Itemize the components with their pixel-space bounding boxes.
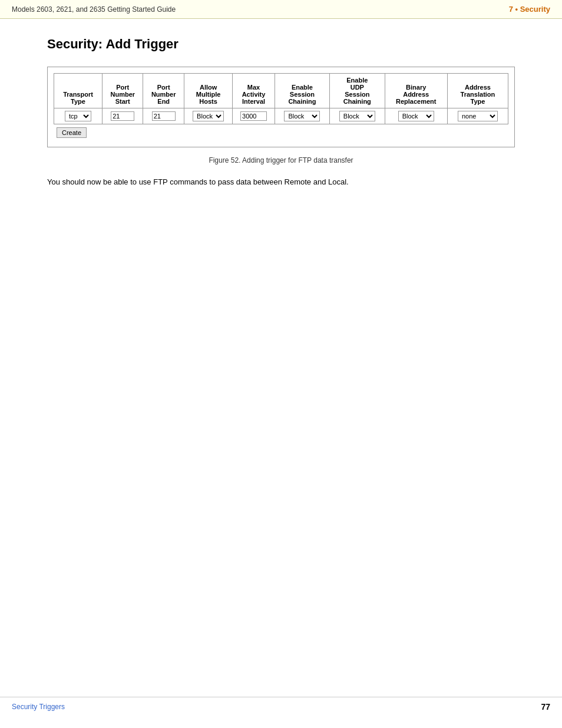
chapter-number: 7 — [509, 5, 513, 14]
trigger-table: Transport Type Port Number Start Port Nu… — [54, 73, 508, 124]
table-row: tcp udp Block Allow — [54, 108, 508, 124]
col-address-translation-type: Address Translation Type — [447, 74, 508, 108]
port-number-end-input[interactable] — [152, 111, 176, 121]
trigger-table-container: Transport Type Port Number Start Port Nu… — [47, 67, 515, 147]
allow-multiple-hosts-select[interactable]: Block Allow — [193, 111, 224, 121]
table-header-row: Transport Type Port Number Start Port Nu… — [54, 74, 508, 108]
chapter-bullet: • — [515, 5, 518, 14]
page-title: Security: Add Trigger — [47, 37, 515, 52]
main-content: Security: Add Trigger Transport Type Por… — [0, 19, 562, 223]
cell-enable-session-chaining[interactable]: Block Enable — [275, 108, 329, 124]
footer-left-text: Security Triggers — [12, 703, 65, 711]
cell-binary-address-replacement[interactable]: Block Enable — [385, 108, 447, 124]
col-allow-multiple-hosts: Allow Multiple Hosts — [184, 74, 232, 108]
cell-allow-multiple-hosts[interactable]: Block Allow — [184, 108, 232, 124]
create-button-container: Create — [54, 124, 508, 141]
cell-port-number-end[interactable] — [143, 108, 184, 124]
header-title: Models 2603, 2621, and 2635 Getting Star… — [12, 5, 176, 14]
col-enable-session-chaining: Enable Session Chaining — [275, 74, 329, 108]
cell-max-activity-interval[interactable] — [233, 108, 275, 124]
col-max-activity-interval: Max Activity Interval — [233, 74, 275, 108]
binary-address-replacement-select[interactable]: Block Enable — [398, 111, 434, 121]
body-text: You should now be able to use FTP comman… — [47, 176, 515, 188]
cell-transport-type[interactable]: tcp udp — [54, 108, 103, 124]
chapter-name: Security — [520, 5, 550, 14]
col-port-number-start: Port Number Start — [103, 74, 143, 108]
footer: Security Triggers 77 — [0, 697, 562, 716]
create-button[interactable]: Create — [57, 127, 87, 138]
footer-page-number: 77 — [541, 702, 550, 711]
cell-address-translation-type[interactable]: none two-way one-way — [447, 108, 508, 124]
enable-udp-session-chaining-select[interactable]: Block Enable — [339, 111, 375, 121]
figure-caption: Figure 52. Adding trigger for FTP data t… — [47, 156, 515, 164]
address-translation-type-select[interactable]: none two-way one-way — [458, 111, 498, 121]
col-enable-udp-session-chaining: Enable UDP Session Chaining — [330, 74, 385, 108]
port-number-start-input[interactable] — [111, 111, 134, 121]
header: Models 2603, 2621, and 2635 Getting Star… — [0, 0, 562, 19]
enable-session-chaining-select[interactable]: Block Enable — [284, 111, 320, 121]
cell-enable-udp-session-chaining[interactable]: Block Enable — [330, 108, 385, 124]
col-port-number-end: Port Number End — [143, 74, 184, 108]
max-activity-interval-input[interactable] — [240, 111, 267, 121]
col-binary-address-replacement: Binary Address Replacement — [385, 74, 447, 108]
cell-port-number-start[interactable] — [103, 108, 143, 124]
transport-type-select[interactable]: tcp udp — [65, 111, 91, 121]
col-transport-type: Transport Type — [54, 74, 103, 108]
header-chapter: 7 • Security — [509, 5, 550, 14]
